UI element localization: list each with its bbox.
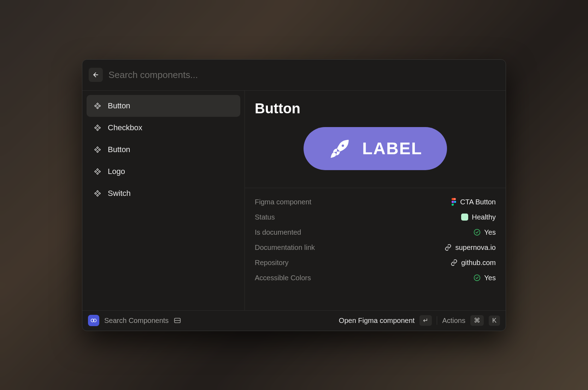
cmd-key-hint: ⌘ <box>470 315 484 326</box>
sidebar-item-button[interactable]: Button <box>87 95 240 117</box>
arrow-left-icon <box>92 71 99 78</box>
figma-icon <box>451 198 457 206</box>
sidebar-item-switch[interactable]: Switch <box>87 182 240 204</box>
extension-name: Search Components <box>104 317 169 325</box>
prop-value[interactable]: github.com <box>451 259 496 267</box>
enter-key-hint: ↵ <box>419 315 432 326</box>
sidebar-item-label: Button <box>108 101 130 110</box>
sidebar-item-button-2[interactable]: Button <box>87 139 240 161</box>
prop-status: Status Healthy <box>255 210 496 225</box>
preview-button-label: LABEL <box>362 139 422 158</box>
prop-figma-component: Figma component CTA Button <box>255 194 496 210</box>
prop-value: Yes <box>474 274 496 282</box>
prop-label: Figma component <box>255 198 311 206</box>
panel-body: Button Checkbox Button Logo <box>82 91 506 310</box>
svg-point-1 <box>342 144 344 147</box>
prop-accessible-colors: Accessible Colors Yes <box>255 270 496 286</box>
prop-repository: Repository github.com <box>255 255 496 270</box>
svg-point-3 <box>474 229 480 235</box>
back-button[interactable] <box>89 68 103 82</box>
link-icon <box>451 259 458 266</box>
sidebar-item-label: Logo <box>108 167 125 176</box>
preview-cta-button: LABEL <box>304 127 447 170</box>
search-input[interactable] <box>108 70 499 80</box>
component-icon <box>94 102 101 110</box>
detail-pane: Button LABEL Figma component CTA Button … <box>245 91 506 310</box>
component-list: Button Checkbox Button Logo <box>82 91 245 310</box>
window-icon <box>174 317 181 324</box>
prop-value[interactable]: CTA Button <box>451 198 496 206</box>
sidebar-item-label: Switch <box>108 189 131 198</box>
prop-is-documented: Is documented Yes <box>255 225 496 240</box>
search-bar <box>82 60 506 91</box>
check-circle-icon <box>474 229 481 236</box>
rocket-icon <box>328 137 352 160</box>
command-palette: Button Checkbox Button Logo <box>82 59 506 331</box>
check-circle-icon <box>474 274 481 281</box>
prop-value[interactable]: supernova.io <box>445 244 496 252</box>
prop-label: Accessible Colors <box>255 274 311 282</box>
detail-title: Button <box>245 91 506 116</box>
sidebar-item-logo[interactable]: Logo <box>87 161 240 182</box>
svg-point-4 <box>474 275 480 281</box>
primary-action-label[interactable]: Open Figma component <box>339 317 415 325</box>
property-list: Figma component CTA Button Status Health… <box>245 188 506 310</box>
component-preview: LABEL <box>245 116 506 188</box>
status-swatch-icon <box>461 214 468 221</box>
extension-icon <box>88 315 99 326</box>
component-icon <box>94 124 101 132</box>
panel-footer: Search Components Open Figma component ↵… <box>82 310 506 331</box>
component-icon <box>94 168 101 175</box>
prop-documentation-link: Documentation link supernova.io <box>255 240 496 255</box>
k-key-hint: K <box>489 316 500 326</box>
prop-label: Status <box>255 213 275 221</box>
svg-point-2 <box>454 201 456 203</box>
prop-label: Repository <box>255 259 289 267</box>
component-icon <box>94 146 101 154</box>
sidebar-item-checkbox[interactable]: Checkbox <box>87 117 240 139</box>
sidebar-item-label: Checkbox <box>108 123 142 132</box>
prop-value: Healthy <box>461 213 496 221</box>
divider <box>437 316 437 325</box>
link-icon <box>445 244 452 251</box>
sidebar-item-label: Button <box>108 145 130 154</box>
actions-label[interactable]: Actions <box>442 317 465 325</box>
prop-label: Is documented <box>255 228 301 236</box>
component-icon <box>94 190 101 197</box>
prop-label: Documentation link <box>255 244 315 252</box>
prop-value: Yes <box>474 228 496 236</box>
